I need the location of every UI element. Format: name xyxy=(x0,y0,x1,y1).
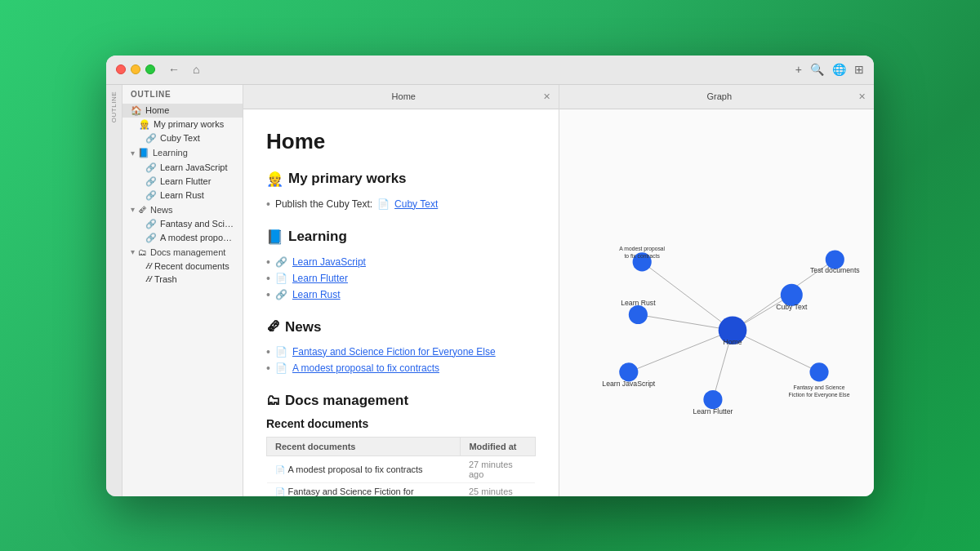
sidebar-label-js: Learn JavaScript xyxy=(160,162,228,172)
edge-home-rust xyxy=(638,314,733,330)
maximize-button[interactable] xyxy=(145,64,155,74)
minimize-button[interactable] xyxy=(131,64,140,74)
sidebar-item-primary-works[interactable]: 👷 My primary works xyxy=(122,118,243,131)
graph-label-modest: A modest proposal xyxy=(619,246,665,252)
table-cell-name: 📄Fantasy and Science Fiction for Everyon… xyxy=(267,482,461,496)
section-title-primary: 👷 My primary works xyxy=(266,171,536,188)
table-cell-modified: 25 minutes ago xyxy=(461,482,535,496)
home-sidebar-icon: 🏠 xyxy=(131,105,142,116)
news-icon: 🗞 xyxy=(138,205,147,215)
chevron-docs-icon: ▾ xyxy=(131,247,135,256)
main-tab-title: Home xyxy=(265,91,543,101)
main-tab-bar: Home ✕ xyxy=(243,85,559,109)
close-button[interactable] xyxy=(116,64,126,74)
link-icon-js: 🔗 xyxy=(145,162,157,173)
graph-label-fantasy: Fantasy and Science xyxy=(793,384,844,391)
add-icon[interactable]: + xyxy=(795,63,802,76)
graph-tab-close[interactable]: ✕ xyxy=(858,91,866,102)
link-icon-rust: 🔗 xyxy=(145,190,157,201)
section-primary-works: 👷 My primary works • Publish the Cuby Te… xyxy=(266,171,536,212)
bullet: • xyxy=(266,362,270,375)
sidebar-label-learning: Learning xyxy=(153,148,188,158)
learning-list: • 🔗 Learn JavaScript • 📄 Learn Flutter • xyxy=(266,254,536,303)
link-icon-flutter: 🔗 xyxy=(145,176,157,187)
graph-node-fantasy[interactable] xyxy=(809,362,828,381)
section-learning: 📘 Learning • 🔗 Learn JavaScript • xyxy=(266,229,536,303)
app-body: OUTLINE OUTLINE 🏠 Home 👷 My primary work… xyxy=(106,85,874,496)
sidebar-label-flutter: Learn Flutter xyxy=(160,176,211,186)
sidebar-item-home[interactable]: 🏠 Home xyxy=(122,104,243,118)
news-list: • 📄 Fantasy and Science Fiction for Ever… xyxy=(266,344,536,376)
primary-works-section-icon: 👷 xyxy=(266,171,283,188)
bullet: • xyxy=(266,288,270,301)
sidebar-label-rust: Learn Rust xyxy=(160,190,204,200)
learning-section-icon: 📘 xyxy=(266,229,283,246)
learn-flutter-link[interactable]: Learn Flutter xyxy=(292,273,348,284)
sidebar-label-modest: A modest proposal ... xyxy=(160,233,234,242)
graph-node-rust[interactable] xyxy=(628,304,647,323)
sidebar-item-recent[interactable]: 𝐻 Recent documents xyxy=(122,260,243,273)
home-button[interactable]: ⌂ xyxy=(189,61,203,78)
link-icon-3: 🔗 xyxy=(275,289,287,300)
sidebar-item-learn-rust[interactable]: 🔗 Learn Rust xyxy=(122,189,243,202)
docs-section-icon: 🗂 xyxy=(266,393,280,409)
bullet: • xyxy=(266,345,270,358)
main-tab-close[interactable]: ✕ xyxy=(543,91,550,102)
sidebar-item-learn-js[interactable]: 🔗 Learn JavaScript xyxy=(122,161,243,175)
sidebar-label-docs: Docs management xyxy=(150,247,225,257)
table-row[interactable]: 📄A modest proposal to fix contracts 27 m… xyxy=(267,455,536,482)
sidebar-item-cuby[interactable]: 🔗 Cuby Text xyxy=(122,131,243,145)
sidebar-group-learning[interactable]: ▾ 📘 Learning xyxy=(122,145,243,161)
titlebar-right: + 🔍 🌐 ⊞ xyxy=(795,63,864,76)
globe-icon[interactable]: 🌐 xyxy=(832,63,846,76)
graph-content: Home Cuby Text A modest proposal to fix … xyxy=(559,109,875,496)
graph-label-rust: Learn Rust xyxy=(621,298,656,306)
traffic-lights xyxy=(116,64,155,74)
table-row[interactable]: 📄Fantasy and Science Fiction for Everyon… xyxy=(267,482,536,496)
sidebar-rail: OUTLINE xyxy=(106,85,122,496)
grid-icon[interactable]: ⊞ xyxy=(854,63,864,76)
graph-node-flutter[interactable] xyxy=(703,389,722,408)
cuby-text-link[interactable]: Cuby Text xyxy=(394,198,438,210)
modest-doc-icon: 📄 xyxy=(275,362,287,374)
graph-label-js: Learn JavaScript xyxy=(602,380,656,388)
edge-home-fantasy xyxy=(733,330,819,371)
sidebar-item-trash[interactable]: 𝐻 Trash xyxy=(122,273,243,286)
table-cell-name: 📄A modest proposal to fix contracts xyxy=(267,455,461,482)
app-window: ← ⌂ + 🔍 🌐 ⊞ OUTLINE OUTLINE 🏠 Home 👷 My … xyxy=(106,56,874,496)
sidebar-label-fantasy: Fantasy and Scienc... xyxy=(160,219,234,229)
bullet: • xyxy=(266,256,270,269)
sidebar-item-fantasy[interactable]: 🔗 Fantasy and Scienc... xyxy=(122,217,243,231)
graph-svg: Home Cuby Text A modest proposal to fix … xyxy=(559,109,875,496)
graph-label-modest2: to fix contracts xyxy=(624,253,660,259)
fantasy-doc-icon: 📄 xyxy=(275,346,287,358)
sidebar-header: OUTLINE xyxy=(122,85,243,104)
edge-home-js xyxy=(628,330,732,371)
link-icon-1: 🔗 xyxy=(275,256,287,268)
sidebar-item-learn-flutter[interactable]: 🔗 Learn Flutter xyxy=(122,175,243,189)
sidebar-group-news[interactable]: ▾ 🗞 News xyxy=(122,202,243,217)
docs-icon: 🗂 xyxy=(138,247,147,257)
list-item: • 📄 Learn Flutter xyxy=(266,270,536,287)
recent-docs-table: Recent documents Modified at 📄A modest p… xyxy=(266,437,536,496)
graph-node-js[interactable] xyxy=(619,362,638,381)
fantasy-link[interactable]: Fantasy and Science Fiction for Everyone… xyxy=(292,346,496,358)
sidebar-group-docs[interactable]: ▾ 🗂 Docs management xyxy=(122,245,243,260)
search-icon[interactable]: 🔍 xyxy=(810,63,824,76)
modest-link[interactable]: A modest proposal to fix contracts xyxy=(292,362,439,374)
back-button[interactable]: ← xyxy=(165,61,183,78)
learn-js-link[interactable]: Learn JavaScript xyxy=(292,256,366,268)
graph-tab-bar: Graph ✕ xyxy=(559,85,875,109)
trash-icon: 𝐻 xyxy=(145,274,151,284)
primary-works-icon: 👷 xyxy=(139,119,150,130)
sidebar-item-modest[interactable]: 🔗 A modest proposal ... xyxy=(122,231,243,245)
recent-icon: 𝐻 xyxy=(145,261,151,271)
graph-label-home: Home xyxy=(723,338,742,346)
learn-rust-link[interactable]: Learn Rust xyxy=(292,289,341,300)
outline-rail-label: OUTLINE xyxy=(110,91,118,122)
publish-icon: 📄 xyxy=(377,198,390,210)
page-title: Home xyxy=(266,129,536,154)
recent-docs-title: Recent documents xyxy=(266,417,536,430)
graph-panel: Graph ✕ Home xyxy=(559,85,875,496)
chevron-icon: ▾ xyxy=(131,149,135,158)
